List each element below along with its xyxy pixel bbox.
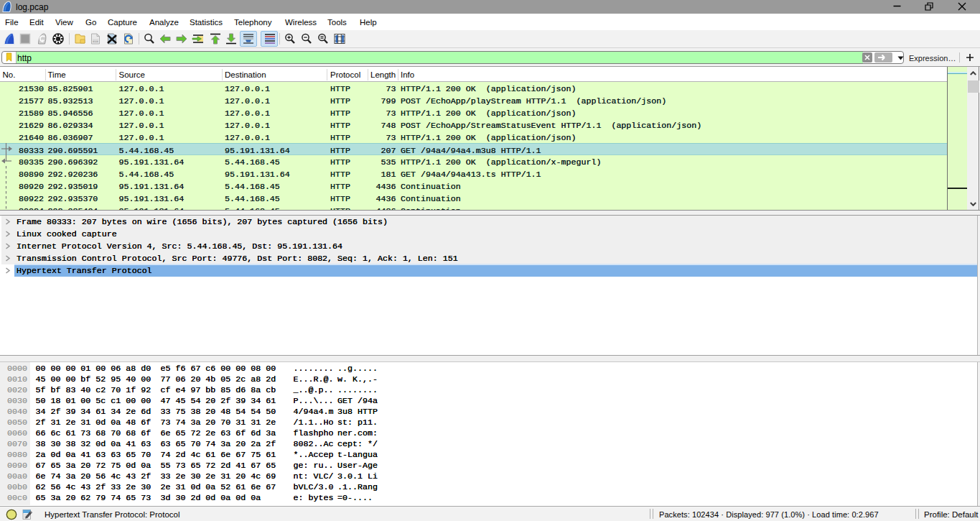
- svg-text:010: 010: [93, 40, 98, 43]
